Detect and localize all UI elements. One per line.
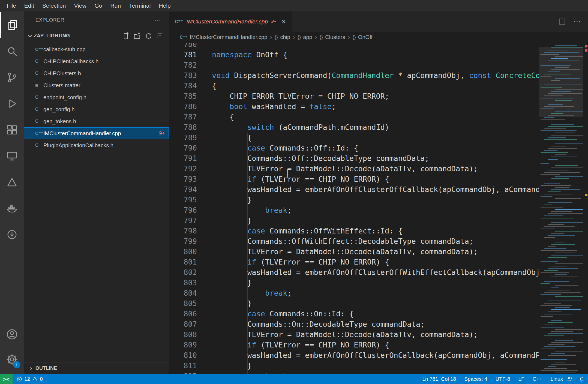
menu-item-run[interactable]: Run — [106, 0, 125, 11]
code-line[interactable]: 801 if (TLVError == CHIP_NO_ERROR) { — [169, 257, 539, 267]
code-line[interactable]: 812 break; — [169, 371, 539, 374]
code-line[interactable]: 810 wasHandled = emberAfOnOffClusterOnCa… — [169, 350, 539, 361]
remote-indicator[interactable]: >< — [0, 374, 13, 384]
problems-indicator[interactable]: 12 0 — [16, 376, 43, 382]
outline-section-header[interactable]: OUTLINE — [24, 362, 169, 374]
breadcrumb-item[interactable]: {}OnOff — [353, 34, 373, 40]
file-row[interactable]: CCHIPClusters.h — [24, 67, 169, 79]
code-line[interactable]: 789 { — [169, 133, 539, 143]
code-line[interactable]: 795 } — [169, 195, 539, 205]
overview-ruler[interactable] — [583, 43, 588, 374]
menu-item-view[interactable]: View — [70, 0, 90, 11]
code-line[interactable]: 785 CHIP_ERROR TLVError = CHIP_NO_ERROR; — [169, 91, 539, 101]
status-os[interactable]: Linux — [551, 376, 563, 382]
code-line[interactable]: 804 break; — [169, 288, 539, 298]
line-number[interactable]: 796 — [169, 205, 212, 215]
menu-item-go[interactable]: Go — [91, 0, 106, 11]
code-line[interactable]: 799 Commands::OffWithEffect::DecodableTy… — [169, 236, 539, 247]
editor-more-actions-icon[interactable]: ⋯ — [573, 17, 581, 26]
menu-item-selection[interactable]: Selection — [38, 0, 70, 11]
code-line[interactable]: 794 wasHandled = emberAfOnOffClusterOffC… — [169, 184, 539, 195]
code-line[interactable]: 780 — [169, 43, 539, 50]
extensions-icon[interactable] — [0, 117, 24, 143]
testing-icon[interactable] — [0, 169, 24, 195]
source-control-icon[interactable] — [0, 64, 24, 91]
line-number[interactable]: 810 — [169, 350, 212, 361]
code-line[interactable]: 803 } — [169, 278, 539, 288]
breadcrumb-item[interactable]: {}app — [298, 34, 312, 40]
line-number[interactable]: 783 — [169, 70, 212, 81]
new-folder-icon[interactable] — [133, 32, 141, 40]
sidebar-more-actions-icon[interactable]: ⋯ — [154, 16, 161, 24]
line-number[interactable]: 800 — [169, 247, 212, 257]
run-and-debug-icon[interactable] — [0, 91, 24, 117]
code-line[interactable]: 805 } — [169, 298, 539, 309]
line-number[interactable]: 798 — [169, 226, 212, 236]
code-line[interactable]: 800 TLVError = DataModel::Decode(aDataTl… — [169, 247, 539, 257]
line-number[interactable]: 807 — [169, 319, 212, 329]
code-line[interactable]: 782 — [169, 60, 539, 70]
code-line[interactable]: 784{ — [169, 81, 539, 91]
code-editor[interactable]: 780781namespace OnOff {782783void Dispat… — [169, 43, 539, 374]
file-row[interactable]: CCHIPClientCallbacks.h — [24, 55, 169, 67]
code-line[interactable]: 788 switch (aCommandPath.mCommandId) — [169, 122, 539, 133]
new-file-icon[interactable] — [122, 32, 130, 40]
line-number[interactable]: 812 — [169, 371, 212, 374]
status-eol[interactable]: LF — [518, 376, 524, 382]
code-line[interactable]: 793 if (TLVError == CHIP_NO_ERROR) { — [169, 174, 539, 184]
line-number[interactable]: 802 — [169, 267, 212, 278]
minimap[interactable] — [539, 43, 583, 374]
file-row[interactable]: Cgen_config.h — [24, 103, 169, 115]
collapse-all-icon[interactable] — [156, 32, 164, 40]
line-number[interactable]: 787 — [169, 112, 212, 122]
line-number[interactable]: 782 — [169, 60, 212, 70]
line-number[interactable]: 793 — [169, 174, 212, 184]
remote-tunnel-icon[interactable] — [0, 221, 24, 248]
tab-imclustercommandhandler[interactable]: C⁺⁺ IMClusterCommandHandler.cpp 9+ × — [169, 11, 292, 32]
close-icon[interactable]: × — [282, 17, 286, 26]
menu-item-file[interactable]: File — [3, 0, 20, 11]
status-cursor-position[interactable]: Ln 781, Col 18 — [422, 376, 456, 382]
file-row[interactable]: C⁺⁺IMClusterCommandHandler.cpp9+ — [24, 127, 169, 139]
code-line[interactable]: 797 } — [169, 215, 539, 226]
breadcrumb-item[interactable]: {}chip — [275, 34, 290, 40]
code-line[interactable]: 786 bool wasHandled = false; — [169, 101, 539, 112]
code-line[interactable]: 806 case Commands::On::Id: { — [169, 309, 539, 319]
code-line[interactable]: 809 if (TLVError == CHIP_NO_ERROR) { — [169, 340, 539, 350]
menu-item-edit[interactable]: Edit — [20, 0, 38, 11]
line-number[interactable]: 785 — [169, 91, 212, 101]
line-number[interactable]: 797 — [169, 215, 212, 226]
line-number[interactable]: 786 — [169, 101, 212, 112]
line-number[interactable]: 789 — [169, 133, 212, 143]
code-line[interactable]: 796 break; — [169, 205, 539, 215]
folder-section-header[interactable]: ZAP_LIGHTING — [24, 28, 169, 43]
code-line[interactable]: 811 } — [169, 361, 539, 371]
line-number[interactable]: 792 — [169, 164, 212, 174]
code-line[interactable]: 792 TLVError = DataModel::Decode(aDataTl… — [169, 164, 539, 174]
search-icon[interactable] — [0, 38, 24, 64]
status-indentation[interactable]: Spaces: 4 — [464, 376, 487, 382]
line-number[interactable]: 811 — [169, 361, 212, 371]
line-number[interactable]: 795 — [169, 195, 212, 205]
line-number[interactable]: 799 — [169, 236, 212, 247]
line-number[interactable]: 791 — [169, 153, 212, 164]
code-line[interactable]: 790 case Commands::Off::Id: { — [169, 143, 539, 153]
line-number[interactable]: 801 — [169, 257, 212, 267]
menu-item-terminal[interactable]: Terminal — [125, 0, 155, 11]
line-number[interactable]: 809 — [169, 340, 212, 350]
line-number[interactable]: 794 — [169, 184, 212, 195]
code-line[interactable]: 808 TLVError = DataModel::Decode(aDataTl… — [169, 329, 539, 340]
code-line[interactable]: 783void DispatchServerCommand(CommandHan… — [169, 70, 539, 81]
line-number[interactable]: 784 — [169, 81, 212, 91]
line-number[interactable]: 808 — [169, 329, 212, 340]
file-row[interactable]: Cendpoint_config.h — [24, 91, 169, 103]
file-row[interactable]: Cgen_tokens.h — [24, 115, 169, 127]
line-number[interactable]: 804 — [169, 288, 212, 298]
file-row[interactable]: CPluginApplicationCallbacks.h — [24, 139, 169, 151]
account-icon[interactable] — [0, 322, 24, 347]
code-line[interactable]: 787 { — [169, 112, 539, 122]
refresh-icon[interactable] — [145, 32, 152, 40]
docker-icon[interactable] — [0, 195, 24, 221]
remote-explorer-icon[interactable] — [0, 143, 24, 169]
code-line[interactable]: 781namespace OnOff { — [169, 50, 539, 60]
